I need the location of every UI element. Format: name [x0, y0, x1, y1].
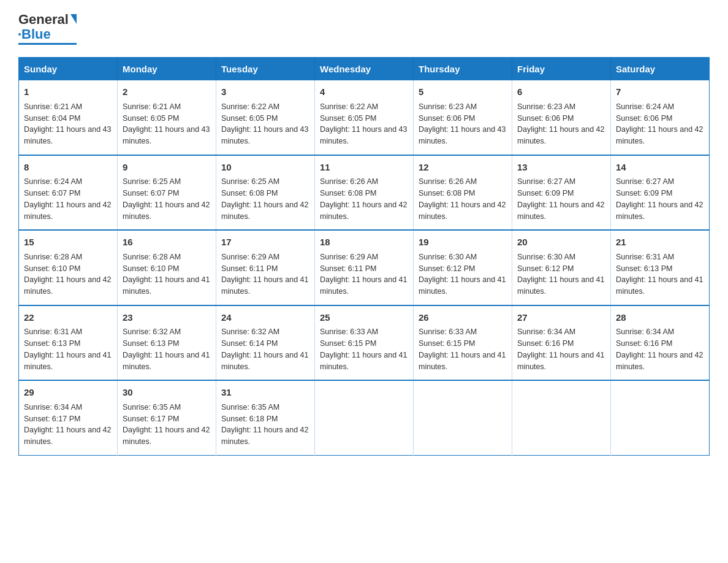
- calendar-cell: 25Sunrise: 6:33 AMSunset: 6:15 PMDayligh…: [315, 305, 414, 381]
- sunset-info: Sunset: 6:16 PM: [517, 339, 574, 348]
- sunrise-info: Sunrise: 6:30 AM: [517, 253, 575, 261]
- sunrise-info: Sunrise: 6:21 AM: [24, 102, 82, 111]
- day-number: 1: [24, 85, 112, 99]
- sunset-info: Sunset: 6:07 PM: [24, 189, 80, 197]
- day-number: 6: [517, 85, 605, 99]
- calendar-cell: 14Sunrise: 6:27 AMSunset: 6:09 PMDayligh…: [611, 155, 710, 231]
- daylight-info: Daylight: 11 hours and 42 minutes.: [616, 201, 703, 221]
- sunrise-info: Sunrise: 6:23 AM: [517, 102, 575, 111]
- day-number: 5: [419, 85, 507, 99]
- calendar-cell: [315, 380, 414, 455]
- daylight-info: Daylight: 11 hours and 42 minutes.: [123, 201, 210, 221]
- daylight-info: Daylight: 11 hours and 42 minutes.: [616, 125, 703, 145]
- calendar-cell: 2Sunrise: 6:21 AMSunset: 6:05 PMDaylight…: [118, 80, 216, 155]
- calendar-cell: 8Sunrise: 6:24 AMSunset: 6:07 PMDaylight…: [19, 155, 118, 231]
- sunrise-info: Sunrise: 6:21 AM: [123, 102, 181, 111]
- sunrise-info: Sunrise: 6:26 AM: [419, 177, 477, 186]
- column-header-sunday: Sunday: [19, 58, 118, 81]
- calendar-cell: 11Sunrise: 6:26 AMSunset: 6:08 PMDayligh…: [315, 155, 414, 231]
- sunset-info: Sunset: 6:13 PM: [123, 339, 179, 348]
- day-number: 16: [123, 236, 211, 250]
- day-number: 12: [419, 161, 507, 175]
- logo-underline: [18, 43, 77, 45]
- calendar-header-row: SundayMondayTuesdayWednesdayThursdayFrid…: [19, 58, 710, 81]
- day-number: 18: [320, 236, 408, 250]
- sunrise-info: Sunrise: 6:25 AM: [123, 177, 181, 186]
- calendar-week-row: 1Sunrise: 6:21 AMSunset: 6:04 PMDaylight…: [19, 80, 710, 155]
- calendar-cell: 16Sunrise: 6:28 AMSunset: 6:10 PMDayligh…: [118, 230, 216, 305]
- sunset-info: Sunset: 6:17 PM: [123, 415, 179, 423]
- sunrise-info: Sunrise: 6:25 AM: [221, 177, 279, 186]
- calendar-week-row: 15Sunrise: 6:28 AMSunset: 6:10 PMDayligh…: [19, 230, 710, 305]
- day-number: 8: [24, 161, 112, 175]
- daylight-info: Daylight: 11 hours and 41 minutes.: [221, 275, 308, 296]
- sunrise-info: Sunrise: 6:22 AM: [221, 102, 279, 111]
- calendar-cell: 9Sunrise: 6:25 AMSunset: 6:07 PMDaylight…: [118, 155, 216, 231]
- logo-text-general: General: [18, 12, 69, 27]
- sunset-info: Sunset: 6:11 PM: [221, 264, 278, 273]
- sunset-info: Sunset: 6:12 PM: [517, 264, 574, 273]
- day-number: 31: [221, 386, 309, 400]
- sunset-info: Sunset: 6:12 PM: [419, 264, 475, 273]
- day-number: 19: [419, 236, 507, 250]
- calendar-cell: 29Sunrise: 6:34 AMSunset: 6:17 PMDayligh…: [19, 380, 118, 455]
- calendar-cell: 22Sunrise: 6:31 AMSunset: 6:13 PMDayligh…: [19, 305, 118, 381]
- sunset-info: Sunset: 6:04 PM: [24, 114, 80, 123]
- day-number: 4: [320, 85, 408, 99]
- sunrise-info: Sunrise: 6:29 AM: [221, 253, 279, 261]
- calendar-week-row: 8Sunrise: 6:24 AMSunset: 6:07 PMDaylight…: [19, 155, 710, 231]
- sunset-info: Sunset: 6:11 PM: [320, 264, 376, 273]
- day-number: 13: [517, 161, 605, 175]
- logo-text-blue: Blue: [21, 27, 51, 42]
- daylight-info: Daylight: 11 hours and 42 minutes.: [24, 426, 111, 446]
- calendar-cell: 4Sunrise: 6:22 AMSunset: 6:05 PMDaylight…: [315, 80, 414, 155]
- day-number: 22: [24, 311, 112, 325]
- calendar-cell: [414, 380, 512, 455]
- daylight-info: Daylight: 11 hours and 43 minutes.: [24, 125, 111, 145]
- sunset-info: Sunset: 6:17 PM: [24, 415, 80, 423]
- sunrise-info: Sunrise: 6:27 AM: [616, 177, 674, 186]
- daylight-info: Daylight: 11 hours and 41 minutes.: [123, 275, 210, 296]
- day-number: 21: [616, 236, 704, 250]
- day-number: 27: [517, 311, 605, 325]
- sunrise-info: Sunrise: 6:34 AM: [24, 403, 82, 412]
- daylight-info: Daylight: 11 hours and 42 minutes.: [517, 201, 604, 221]
- sunrise-info: Sunrise: 6:32 AM: [221, 327, 279, 336]
- daylight-info: Daylight: 11 hours and 41 minutes.: [616, 275, 703, 296]
- calendar-cell: 31Sunrise: 6:35 AMSunset: 6:18 PMDayligh…: [216, 380, 315, 455]
- calendar-cell: 18Sunrise: 6:29 AMSunset: 6:11 PMDayligh…: [315, 230, 414, 305]
- calendar-cell: 1Sunrise: 6:21 AMSunset: 6:04 PMDaylight…: [19, 80, 118, 155]
- day-number: 15: [24, 236, 112, 250]
- day-number: 25: [320, 311, 408, 325]
- sunrise-info: Sunrise: 6:27 AM: [517, 177, 575, 186]
- day-number: 28: [616, 311, 704, 325]
- sunset-info: Sunset: 6:16 PM: [616, 339, 672, 348]
- calendar-week-row: 29Sunrise: 6:34 AMSunset: 6:17 PMDayligh…: [19, 380, 710, 455]
- sunrise-info: Sunrise: 6:29 AM: [320, 253, 378, 261]
- sunset-info: Sunset: 6:18 PM: [221, 415, 278, 423]
- daylight-info: Daylight: 11 hours and 42 minutes.: [221, 201, 308, 221]
- daylight-info: Daylight: 11 hours and 41 minutes.: [24, 351, 111, 371]
- daylight-info: Daylight: 11 hours and 43 minutes.: [320, 125, 407, 145]
- day-number: 14: [616, 161, 704, 175]
- daylight-info: Daylight: 11 hours and 41 minutes.: [123, 351, 210, 371]
- day-number: 11: [320, 161, 408, 175]
- day-number: 3: [221, 85, 309, 99]
- daylight-info: Daylight: 11 hours and 41 minutes.: [419, 351, 506, 371]
- daylight-info: Daylight: 11 hours and 42 minutes.: [419, 201, 506, 221]
- day-number: 20: [517, 236, 605, 250]
- calendar-cell: 24Sunrise: 6:32 AMSunset: 6:14 PMDayligh…: [216, 305, 315, 381]
- sunrise-info: Sunrise: 6:32 AM: [123, 327, 181, 336]
- sunset-info: Sunset: 6:09 PM: [517, 189, 574, 197]
- day-number: 2: [123, 85, 211, 99]
- day-number: 10: [221, 161, 309, 175]
- daylight-info: Daylight: 11 hours and 42 minutes.: [616, 351, 703, 371]
- sunrise-info: Sunrise: 6:35 AM: [123, 403, 181, 412]
- calendar-cell: 19Sunrise: 6:30 AMSunset: 6:12 PMDayligh…: [414, 230, 512, 305]
- calendar-cell: 23Sunrise: 6:32 AMSunset: 6:13 PMDayligh…: [118, 305, 216, 381]
- sunset-info: Sunset: 6:08 PM: [320, 189, 376, 197]
- sunrise-info: Sunrise: 6:24 AM: [24, 177, 82, 186]
- sunset-info: Sunset: 6:06 PM: [517, 114, 574, 123]
- column-header-tuesday: Tuesday: [216, 58, 315, 81]
- sunset-info: Sunset: 6:14 PM: [221, 339, 278, 348]
